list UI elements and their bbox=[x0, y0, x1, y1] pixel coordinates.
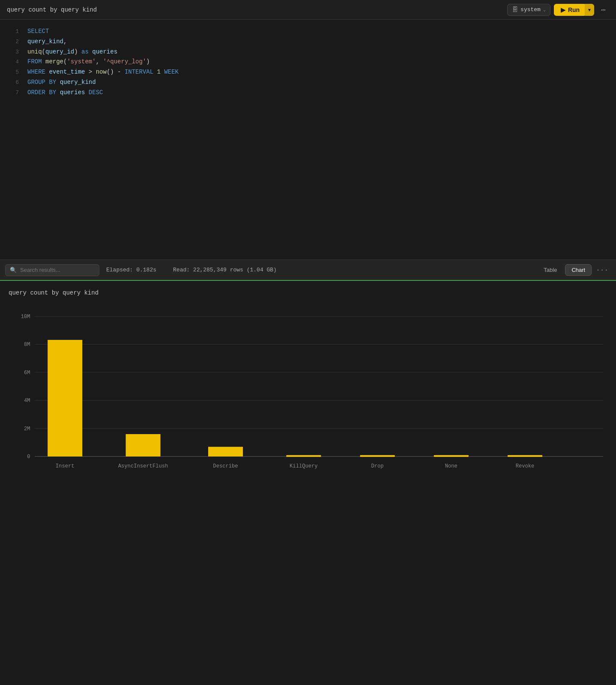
search-icon: 🔍 bbox=[10, 267, 17, 274]
line-content: WHERE event_time > now() - INTERVAL 1 WE… bbox=[27, 67, 179, 77]
svg-text:Insert: Insert bbox=[56, 463, 75, 469]
code-token: , bbox=[63, 38, 67, 45]
db-selector[interactable]: 🗄 system ⌄ bbox=[507, 4, 550, 16]
code-token: > bbox=[85, 68, 96, 75]
line-number: 7 bbox=[7, 88, 19, 98]
line-content: query_kind, bbox=[27, 37, 67, 47]
code-token: SELECT bbox=[27, 28, 49, 35]
more-options-dots[interactable]: ··· bbox=[593, 265, 611, 276]
query-stats: Elapsed: 0.182s Read: 22,285,349 rows (1… bbox=[106, 267, 530, 273]
bar-chart: 10M 8M 6M 4M 2M 0 Insert AsyncInsertFlus… bbox=[9, 303, 607, 491]
code-token: now bbox=[96, 68, 107, 75]
code-token: as bbox=[81, 48, 89, 55]
code-token: INTERVAL bbox=[125, 68, 153, 75]
code-token: query_kind bbox=[27, 38, 63, 45]
search-input[interactable] bbox=[20, 267, 89, 273]
code-token: () - bbox=[107, 68, 125, 75]
code-token: 'system' bbox=[67, 58, 96, 65]
code-token: '^query_log' bbox=[103, 58, 146, 65]
line-content: uniq(query_id) as queries bbox=[27, 47, 117, 57]
svg-text:4M: 4M bbox=[24, 398, 30, 404]
chart-view-button[interactable]: Chart bbox=[565, 264, 592, 276]
code-token: query_kind bbox=[60, 79, 96, 86]
chevron-icon: ⌄ bbox=[543, 7, 546, 12]
search-box[interactable]: 🔍 bbox=[5, 264, 99, 276]
run-play-icon: ▶ bbox=[561, 6, 565, 13]
svg-text:0: 0 bbox=[27, 454, 30, 460]
svg-text:Revoke: Revoke bbox=[516, 463, 535, 469]
line-content: FROM merge('system', '^query_log') bbox=[27, 57, 150, 67]
database-icon: 🗄 bbox=[512, 6, 518, 13]
read-stat: Read: 22,285,349 rows (1.04 GB) bbox=[173, 267, 277, 273]
code-token: WHERE bbox=[27, 68, 45, 75]
run-caret-icon: ▾ bbox=[588, 7, 591, 13]
code-token: 1 bbox=[157, 68, 161, 75]
bar-asyncinsertflush bbox=[126, 434, 161, 456]
svg-text:None: None bbox=[445, 463, 458, 469]
bar-drop bbox=[360, 455, 395, 457]
editor-line: 6GROUP BY query_kind bbox=[0, 77, 616, 88]
header: query count by query kind 🗄 system ⌄ ▶ R… bbox=[0, 0, 616, 20]
editor-line: 2 query_kind, bbox=[0, 37, 616, 47]
bar-revoke bbox=[508, 455, 542, 457]
line-content: SELECT bbox=[27, 27, 49, 37]
page-title: query count by query kind bbox=[7, 6, 97, 13]
run-button[interactable]: ▶ Run bbox=[554, 4, 586, 16]
code-token: WEEK bbox=[164, 68, 179, 75]
line-number: 1 bbox=[7, 27, 19, 36]
code-token: event_time bbox=[49, 68, 85, 75]
code-token: ) bbox=[74, 48, 81, 55]
sql-editor[interactable]: 1SELECT2 query_kind,3 uniq(query_id) as … bbox=[0, 20, 616, 259]
code-token: query_id bbox=[45, 48, 74, 55]
header-right: 🗄 system ⌄ ▶ Run ▾ ⋯ bbox=[507, 3, 609, 16]
code-token: FROM bbox=[27, 58, 42, 65]
svg-text:2M: 2M bbox=[24, 426, 30, 432]
code-token: GROUP BY bbox=[27, 79, 56, 86]
editor-line: 1SELECT bbox=[0, 27, 616, 37]
results-toolbar: 🔍 Elapsed: 0.182s Read: 22,285,349 rows … bbox=[0, 259, 616, 281]
db-selector-label: system bbox=[520, 6, 541, 13]
code-token bbox=[56, 79, 60, 86]
more-options-icon[interactable]: ⋯ bbox=[598, 3, 609, 16]
run-label: Run bbox=[568, 6, 580, 13]
code-token: DESC bbox=[89, 89, 103, 96]
svg-text:8M: 8M bbox=[24, 342, 30, 348]
code-token: ( bbox=[42, 48, 45, 55]
svg-text:AsyncInsertFlush: AsyncInsertFlush bbox=[118, 463, 168, 469]
svg-text:6M: 6M bbox=[24, 370, 30, 376]
svg-text:Drop: Drop bbox=[371, 463, 384, 469]
run-button-group: ▶ Run ▾ bbox=[554, 4, 594, 16]
code-token: queries bbox=[60, 89, 85, 96]
chart-area: query count by query kind 10M 8M 6M 4M 2… bbox=[0, 281, 616, 496]
svg-text:KillQuery: KillQuery bbox=[290, 463, 318, 469]
bar-killquery bbox=[286, 455, 321, 457]
code-token: , bbox=[96, 58, 103, 65]
table-view-button[interactable]: Table bbox=[537, 264, 563, 276]
chart-container: 10M 8M 6M 4M 2M 0 Insert AsyncInsertFlus… bbox=[9, 303, 607, 491]
line-content: ORDER BY queries DESC bbox=[27, 88, 103, 98]
code-token: queries bbox=[92, 48, 117, 55]
line-number: 5 bbox=[7, 68, 19, 77]
line-number: 3 bbox=[7, 48, 19, 57]
code-token: ) bbox=[146, 58, 150, 65]
code-token bbox=[89, 48, 92, 55]
run-caret-button[interactable]: ▾ bbox=[585, 4, 594, 16]
editor-line: 4FROM merge('system', '^query_log') bbox=[0, 57, 616, 67]
code-token: uniq bbox=[27, 48, 42, 55]
code-token: ORDER BY bbox=[27, 89, 56, 96]
line-number: 4 bbox=[7, 57, 19, 67]
code-token bbox=[42, 58, 45, 65]
editor-line: 3 uniq(query_id) as queries bbox=[0, 47, 616, 57]
code-token: merge bbox=[45, 58, 63, 65]
svg-text:Describe: Describe bbox=[213, 463, 238, 469]
bar-insert bbox=[48, 340, 82, 456]
editor-line: 5WHERE event_time > now() - INTERVAL 1 W… bbox=[0, 67, 616, 77]
code-token bbox=[85, 89, 88, 96]
bar-describe bbox=[208, 447, 243, 457]
code-token bbox=[153, 68, 157, 75]
code-token bbox=[56, 89, 60, 96]
line-number: 6 bbox=[7, 78, 19, 87]
chart-title: query count by query kind bbox=[9, 289, 607, 296]
line-number: 2 bbox=[7, 37, 19, 47]
view-toggle: Table Chart ··· bbox=[537, 264, 611, 276]
